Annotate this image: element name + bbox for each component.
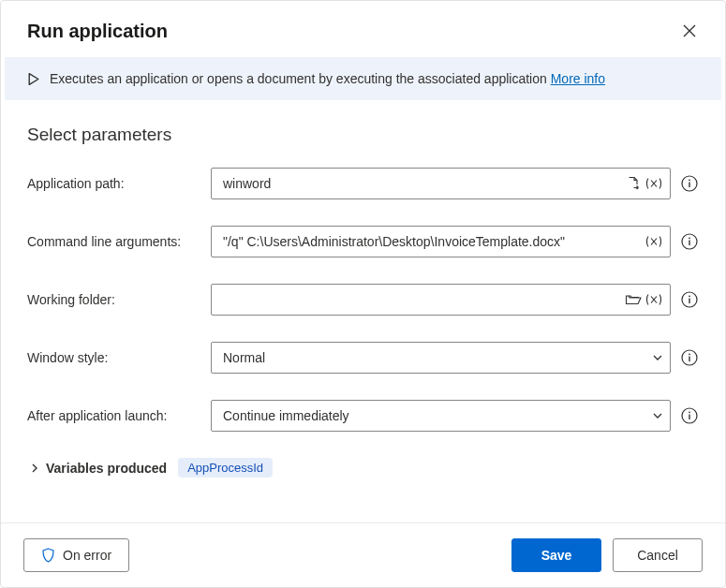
label-application-path: Application path:	[27, 176, 211, 191]
row-command-line-arguments: Command line arguments:	[27, 226, 699, 257]
svg-point-1	[689, 179, 690, 181]
svg-point-4	[689, 237, 690, 239]
working-folder-field[interactable]	[223, 292, 623, 307]
after-launch-value: Continue immediately	[223, 408, 349, 423]
variable-chip[interactable]: AppProcessId	[178, 458, 273, 478]
banner-text: Executes an application or opens a docum…	[50, 71, 605, 86]
file-arrow-icon	[626, 176, 641, 191]
variable-icon	[645, 293, 663, 306]
svg-rect-8	[689, 299, 689, 304]
play-outline-icon	[26, 72, 40, 86]
variable-picker-button[interactable]	[644, 289, 664, 310]
on-error-button[interactable]: On error	[23, 538, 129, 572]
application-path-input[interactable]	[211, 168, 671, 199]
svg-point-10	[689, 353, 690, 355]
command-line-arguments-input[interactable]	[211, 226, 671, 257]
info-button[interactable]	[680, 174, 699, 193]
variable-icon	[645, 177, 663, 190]
variable-icon	[645, 235, 663, 248]
save-button[interactable]: Save	[511, 538, 601, 572]
info-icon	[681, 407, 698, 424]
close-button[interactable]	[676, 18, 703, 44]
variables-produced-label: Variables produced	[46, 461, 167, 476]
dialog-header: Run application	[1, 1, 725, 57]
info-banner: Executes an application or opens a docum…	[5, 57, 721, 100]
shield-icon	[41, 548, 55, 563]
label-after-application-launch: After application launch:	[27, 408, 211, 423]
application-path-field[interactable]	[223, 176, 623, 191]
chevron-right-icon	[29, 463, 40, 474]
window-style-value: Normal	[223, 350, 265, 365]
folder-picker-button[interactable]	[623, 289, 644, 310]
folder-open-icon	[625, 293, 642, 306]
chevron-down-icon	[651, 351, 664, 364]
label-working-folder: Working folder:	[27, 292, 211, 307]
svg-rect-14	[689, 415, 689, 420]
dialog-footer: On error Save Cancel	[1, 522, 725, 587]
info-button[interactable]	[680, 290, 699, 309]
row-application-path: Application path:	[27, 168, 699, 199]
command-line-arguments-field[interactable]	[223, 234, 644, 249]
variable-picker-button[interactable]	[644, 173, 664, 194]
svg-rect-2	[689, 183, 689, 188]
info-icon	[681, 349, 698, 366]
info-icon	[681, 291, 698, 308]
section-heading: Select parameters	[27, 125, 699, 145]
row-working-folder: Working folder:	[27, 284, 699, 316]
cancel-button[interactable]: Cancel	[613, 538, 703, 572]
close-icon	[683, 24, 696, 37]
dialog-content: Select parameters Application path: Comm…	[1, 100, 725, 522]
svg-point-7	[689, 295, 690, 297]
more-info-link[interactable]: More info	[551, 71, 605, 86]
label-command-line-arguments: Command line arguments:	[27, 234, 211, 249]
after-launch-select[interactable]: Continue immediately	[211, 400, 671, 432]
svg-rect-5	[689, 241, 689, 246]
label-window-style: Window style:	[27, 350, 211, 365]
window-style-select[interactable]: Normal	[211, 342, 671, 374]
info-icon	[681, 175, 698, 192]
file-picker-button[interactable]	[623, 173, 644, 194]
row-window-style: Window style: Normal	[27, 342, 699, 374]
info-icon	[681, 233, 698, 250]
working-folder-input[interactable]	[211, 284, 671, 316]
info-button[interactable]	[680, 232, 699, 251]
row-after-application-launch: After application launch: Continue immed…	[27, 400, 699, 432]
variables-produced-row: Variables produced AppProcessId	[27, 458, 699, 478]
dialog-title: Run application	[27, 21, 168, 42]
info-button[interactable]	[680, 348, 699, 367]
chevron-down-icon	[651, 409, 664, 422]
info-button[interactable]	[680, 406, 699, 425]
variable-picker-button[interactable]	[644, 231, 664, 252]
svg-rect-11	[689, 357, 689, 362]
svg-point-13	[689, 411, 690, 413]
variables-produced-toggle[interactable]: Variables produced	[29, 461, 167, 476]
